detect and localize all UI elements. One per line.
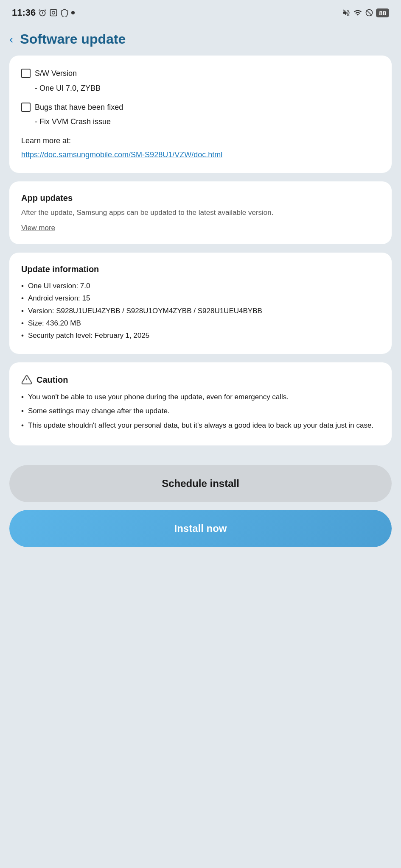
sw-version-label: S/W Version xyxy=(35,67,77,80)
install-now-button[interactable]: Install now xyxy=(9,510,392,547)
back-button[interactable]: ‹ xyxy=(9,33,13,45)
app-updates-card: App updates After the update, Samsung ap… xyxy=(9,181,392,245)
page-title: Software update xyxy=(20,31,126,47)
sw-version-card: S/W Version - One UI 7.0, ZYBB Bugs that… xyxy=(9,56,392,173)
bugs-fixed-label: Bugs that have been fixed xyxy=(35,101,123,114)
view-more-link[interactable]: View more xyxy=(21,224,55,232)
content-area: S/W Version - One UI 7.0, ZYBB Bugs that… xyxy=(0,56,401,462)
list-item: Security patch level: February 1, 2025 xyxy=(21,330,380,341)
svg-line-4 xyxy=(367,10,372,16)
learn-more-label: Learn more at: xyxy=(21,135,380,147)
learn-more-link[interactable]: https://doc.samsungmobile.com/SM-S928U1/… xyxy=(21,150,222,159)
caution-header: Caution xyxy=(21,374,380,385)
page-header: ‹ Software update xyxy=(0,24,401,56)
buttons-area: Schedule install Install now xyxy=(0,465,401,568)
mute-icon xyxy=(342,8,351,17)
bugs-fixed-row: Bugs that have been fixed xyxy=(21,101,380,114)
update-info-list: One UI version: 7.0 Android version: 15 … xyxy=(21,280,380,341)
status-bar: 11:36 88 xyxy=(0,0,401,24)
caution-icon xyxy=(21,374,32,385)
app-updates-title: App updates xyxy=(21,193,380,203)
shield-icon xyxy=(60,8,69,17)
list-item: One UI version: 7.0 xyxy=(21,280,380,292)
update-info-card: Update information One UI version: 7.0 A… xyxy=(9,253,392,354)
list-item: Size: 436.20 MB xyxy=(21,317,380,329)
bugs-fixed-sub: - Fix VVM Crash issue xyxy=(21,116,380,128)
caution-list: You won't be able to use your phone duri… xyxy=(21,391,380,431)
screenshot-icon xyxy=(49,8,58,17)
caution-item: This update shouldn't affect your person… xyxy=(21,420,380,431)
bugs-fixed-checkbox xyxy=(21,103,31,112)
app-updates-desc: After the update, Samsung apps can be up… xyxy=(21,207,380,218)
caution-item: Some settings may change after the updat… xyxy=(21,405,380,417)
caution-title: Caution xyxy=(36,375,68,385)
notification-dot xyxy=(71,11,75,14)
battery-level: 88 xyxy=(376,8,389,17)
schedule-install-button[interactable]: Schedule install xyxy=(9,465,392,502)
sw-version-sub: - One UI 7.0, ZYBB xyxy=(21,82,380,95)
status-left: 11:36 xyxy=(12,7,75,18)
svg-point-2 xyxy=(52,11,55,14)
status-right: 88 xyxy=(342,8,389,17)
status-time: 11:36 xyxy=(12,7,36,18)
sw-version-checkbox xyxy=(21,69,31,78)
update-info-title: Update information xyxy=(21,264,380,274)
sw-version-row: S/W Version xyxy=(21,67,380,80)
list-item: Android version: 15 xyxy=(21,292,380,304)
svg-rect-1 xyxy=(50,10,57,16)
blocked-icon xyxy=(365,8,373,17)
list-item: Version: S928U1UEU4ZYBB / S928U1OYM4ZYBB… xyxy=(21,305,380,317)
caution-card: Caution You won't be able to use your ph… xyxy=(9,362,392,445)
caution-item: You won't be able to use your phone duri… xyxy=(21,391,380,403)
alarm-icon xyxy=(38,8,47,17)
wifi-icon xyxy=(353,8,362,17)
